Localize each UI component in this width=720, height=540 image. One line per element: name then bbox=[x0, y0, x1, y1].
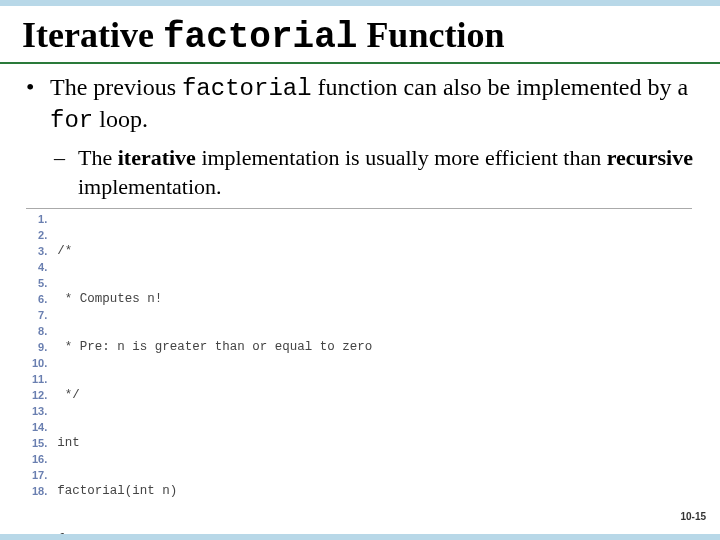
line-number: 15. bbox=[32, 435, 47, 451]
bold-word: iterative bbox=[118, 145, 196, 170]
line-number: 8. bbox=[32, 323, 47, 339]
code-line: */ bbox=[57, 387, 692, 403]
slide-title: Iterative factorial Function bbox=[0, 6, 720, 64]
line-number: 13. bbox=[32, 403, 47, 419]
line-number: 5. bbox=[32, 275, 47, 291]
bullet-1-text: The previous factorial function can also… bbox=[50, 72, 702, 136]
t: The bbox=[78, 145, 118, 170]
line-number: 1. bbox=[32, 211, 47, 227]
code-line: /* bbox=[57, 243, 692, 259]
line-number: 9. bbox=[32, 339, 47, 355]
code-line: { bbox=[57, 531, 692, 540]
line-number: 3. bbox=[32, 243, 47, 259]
code-line: * Pre: n is greater than or equal to zer… bbox=[57, 339, 692, 355]
bullet-dot-icon: • bbox=[26, 72, 40, 103]
line-number: 2. bbox=[32, 227, 47, 243]
slide-body: • The previous factorial function can al… bbox=[0, 64, 720, 540]
line-number: 14. bbox=[32, 419, 47, 435]
code-word: factorial bbox=[182, 75, 312, 102]
line-number: 10. bbox=[32, 355, 47, 371]
title-code: factorial bbox=[163, 17, 357, 58]
slide-number: 10-15 bbox=[680, 511, 706, 522]
line-number: 18. bbox=[32, 483, 47, 499]
line-number: 4. bbox=[32, 259, 47, 275]
code-text: /* * Computes n! * Pre: n is greater tha… bbox=[57, 209, 692, 540]
line-number: 17. bbox=[32, 467, 47, 483]
code-word: for bbox=[50, 107, 93, 134]
code-line: int bbox=[57, 435, 692, 451]
code-line: * Computes n! bbox=[57, 291, 692, 307]
bold-word: recursive bbox=[607, 145, 693, 170]
dash-icon: – bbox=[54, 144, 68, 173]
bullet-1: • The previous factorial function can al… bbox=[26, 72, 702, 136]
line-number: 6. bbox=[32, 291, 47, 307]
t: loop. bbox=[93, 106, 148, 132]
line-number: 7. bbox=[32, 307, 47, 323]
t: function can also be implemented by a bbox=[312, 74, 689, 100]
title-pre: Iterative bbox=[22, 15, 163, 55]
line-number: 11. bbox=[32, 371, 47, 387]
code-line: factorial(int n) bbox=[57, 483, 692, 499]
t: implementation is usually more efficient… bbox=[196, 145, 607, 170]
line-number-gutter: 1. 2. 3. 4. 5. 6. 7. 8. 9. 10. 11. 12. 1… bbox=[26, 209, 57, 540]
line-number: 16. bbox=[32, 451, 47, 467]
t: The previous bbox=[50, 74, 182, 100]
code-listing: 1. 2. 3. 4. 5. 6. 7. 8. 9. 10. 11. 12. 1… bbox=[26, 208, 692, 540]
line-number: 12. bbox=[32, 387, 47, 403]
t: implementation. bbox=[78, 174, 222, 199]
sub-bullet-1: – The iterative implementation is usuall… bbox=[54, 144, 702, 201]
sub-bullet-1-text: The iterative implementation is usually … bbox=[78, 144, 702, 201]
title-post: Function bbox=[357, 15, 504, 55]
